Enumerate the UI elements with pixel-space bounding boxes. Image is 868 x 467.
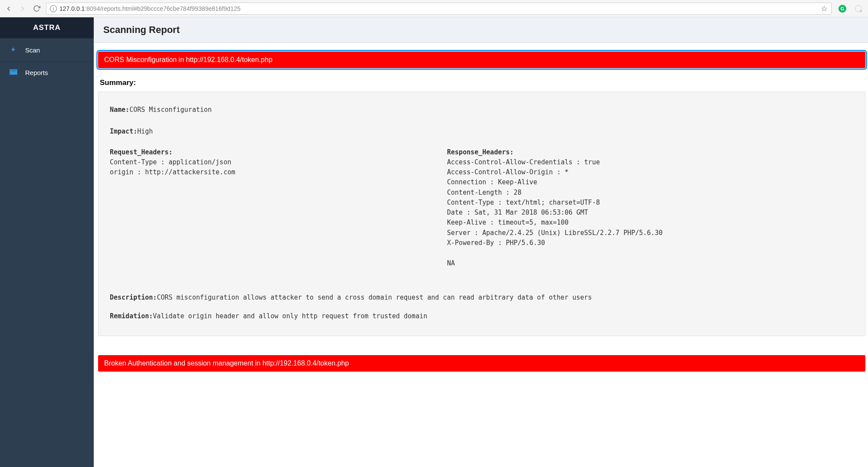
request-headers-label: Request_Headers: <box>110 147 430 157</box>
nav-forward-button[interactable] <box>18 4 27 13</box>
mail-icon <box>10 69 17 76</box>
impact-value: High <box>137 127 153 135</box>
response-header-line: Access-Control-Allow-Credentials : true <box>447 157 854 167</box>
page-title: Scanning Report <box>103 24 858 36</box>
response-header-line: Access-Control-Allow-Origin : * <box>447 167 854 177</box>
bookmark-star-icon[interactable]: ☆ <box>821 4 828 13</box>
response-header-line: Keep-Alive : timeout=5, max=100 <box>447 218 854 228</box>
app-brand: ASTRA <box>0 17 94 38</box>
sidebar-item-label: Reports <box>25 69 48 76</box>
address-bar[interactable]: i 127.0.0.1:8094/reports.html#b29bccce76… <box>46 3 832 15</box>
response-header-line: X-Powered-By : PHP/5.6.30 <box>447 238 854 248</box>
request-header-line: origin : http://attackersite.com <box>110 167 430 177</box>
page-header: Scanning Report <box>94 17 868 43</box>
nav-back-button[interactable] <box>4 4 13 13</box>
finding-title: CORS Misconfiguration in http://192.168.… <box>104 56 273 63</box>
site-info-icon[interactable]: i <box>50 5 57 12</box>
request-headers-block: Request_Headers: Content-Type : applicat… <box>110 147 430 269</box>
response-na: NA <box>447 258 854 268</box>
description-value: CORS misconfiguration allows attacker to… <box>157 294 592 301</box>
finding-banner[interactable]: CORS Misconfiguration in http://192.168.… <box>98 52 865 68</box>
name-value: CORS Misconfiguration <box>129 106 212 114</box>
response-header-line: Server : Apache/2.4.25 (Unix) LibreSSL/2… <box>447 228 854 238</box>
remediation-value: Validate origin header and allow only ht… <box>153 312 427 320</box>
response-headers-label: Response_Headers: <box>447 147 854 157</box>
extension-grammarly-icon[interactable]: G <box>838 5 846 13</box>
name-label: Name: <box>110 106 129 114</box>
response-header-line: Content-Length : 28 <box>447 188 854 198</box>
impact-label: Impact: <box>110 127 137 135</box>
bolt-icon <box>10 46 17 55</box>
url-host: 127.0.0.1 <box>59 5 85 12</box>
sidebar-item-reports[interactable]: Reports <box>0 62 94 83</box>
response-header-line: Connection : Keep-Alive <box>447 177 854 187</box>
sidebar: ASTRA Scan Reports <box>0 17 94 467</box>
response-header-line: Content-Type : text/html; charset=UTF-8 <box>447 198 854 208</box>
url-path: :8094/reports.html#b29bccce76cbe784f9938… <box>85 5 240 12</box>
nav-reload-button[interactable] <box>32 4 41 13</box>
finding-banner[interactable]: Broken Authentication and session manage… <box>98 355 865 372</box>
description-label: Description: <box>110 294 157 301</box>
browser-toolbar: i 127.0.0.1:8094/reports.html#b29bccce76… <box>0 0 868 17</box>
remediation-label: Remidation: <box>110 312 153 320</box>
extension-disabled-icon[interactable] <box>855 5 862 12</box>
summary-panel: Name:CORS Misconfiguration Impact:High R… <box>98 91 865 336</box>
finding-title: Broken Authentication and session manage… <box>104 359 349 367</box>
response-headers-block: Response_Headers: Access-Control-Allow-C… <box>447 147 854 269</box>
request-header-line: Content-Type : application/json <box>110 157 430 167</box>
sidebar-item-label: Scan <box>25 46 40 54</box>
summary-label: Summary: <box>100 78 865 87</box>
sidebar-item-scan[interactable]: Scan <box>0 38 94 62</box>
response-header-line: Date : Sat, 31 Mar 2018 06:53:06 GMT <box>447 208 854 218</box>
main-content: Scanning Report CORS Misconfiguration in… <box>94 17 868 467</box>
